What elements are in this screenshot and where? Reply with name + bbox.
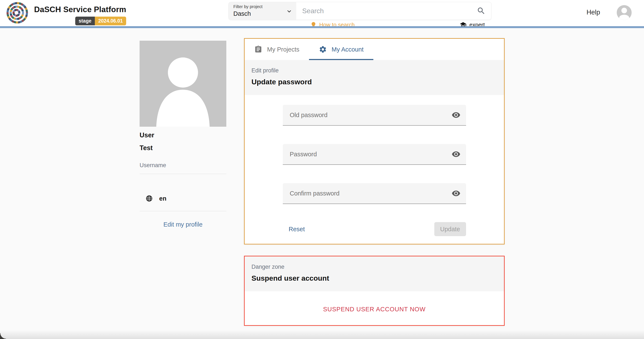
form-actions: Reset Update — [283, 222, 466, 236]
danger-zone-body: SUSPEND USER ACCOUNT NOW — [245, 291, 504, 327]
password-form: Reset Update — [283, 105, 466, 236]
confirm-password-field[interactable] — [283, 183, 466, 204]
project-filter-select[interactable]: Filter by project Dasch — [229, 2, 296, 19]
person-icon — [617, 5, 632, 20]
toggle-old-password-visibility-button[interactable] — [452, 110, 460, 119]
search-bar: Filter by project Dasch — [229, 2, 491, 19]
old-password-field[interactable] — [283, 105, 466, 126]
search-area: Filter by project Dasch — [229, 2, 491, 28]
suspend-account-title: Suspend user account — [252, 274, 497, 282]
environment-badge: stage — [75, 16, 95, 25]
search-field — [296, 2, 491, 19]
chevron-down-icon — [286, 8, 293, 15]
project-filter-value: Dasch — [233, 10, 292, 17]
person-icon — [140, 41, 226, 127]
dsp-app: DaSCH Service Platform stage 2024.06.01 … — [0, 0, 644, 339]
section-label: Edit profile — [252, 67, 497, 74]
profile-username-label: Username — [140, 162, 226, 174]
account-tabs: My Projects My Account — [245, 39, 504, 60]
active-tab-indicator — [309, 59, 373, 60]
project-filter-label: Filter by project — [233, 4, 292, 9]
profile-first-name: User — [140, 131, 226, 139]
eye-icon — [452, 150, 460, 159]
main-content: User Test Username en Edit my profile — [0, 28, 644, 339]
profile-panel: User Test Username en Edit my profile — [140, 41, 226, 228]
dasch-logo-icon — [5, 1, 30, 25]
release-badges: stage 2024.06.01 — [75, 16, 126, 25]
danger-zone-label: Danger zone — [252, 264, 497, 270]
update-button[interactable]: Update — [434, 222, 466, 236]
bottom-left-corner — [0, 333, 6, 339]
profile-avatar-placeholder — [140, 41, 226, 127]
profile-language-row: en — [140, 195, 226, 211]
brand-home-link[interactable]: DaSCH Service Platform stage 2024.06.01 — [5, 1, 126, 25]
edit-profile-section-head: Edit profile Update password — [245, 60, 504, 95]
profile-last-name: Test — [140, 144, 226, 152]
user-menu-avatar[interactable] — [617, 5, 632, 20]
eye-icon — [452, 189, 460, 198]
old-password-input[interactable] — [290, 111, 452, 119]
new-password-input[interactable] — [290, 151, 452, 158]
new-password-field[interactable] — [283, 144, 466, 165]
toggle-confirm-password-visibility-button[interactable] — [452, 189, 460, 198]
tab-my-account-label: My Account — [332, 46, 364, 53]
tab-my-projects[interactable]: My Projects — [245, 39, 309, 60]
help-link[interactable]: Help — [586, 8, 600, 16]
search-input[interactable] — [302, 7, 477, 15]
search-icon[interactable] — [477, 6, 486, 15]
globe-icon — [146, 195, 153, 202]
reset-button[interactable]: Reset — [285, 223, 309, 236]
suspend-user-account-button[interactable]: SUSPEND USER ACCOUNT NOW — [318, 302, 431, 316]
gear-icon — [319, 45, 327, 53]
danger-zone-section-head: Danger zone Suspend user account — [245, 256, 504, 291]
account-card: My Projects My Account Edit profile Upda… — [244, 38, 505, 245]
edit-my-profile-link[interactable]: Edit my profile — [140, 221, 226, 228]
clipboard-icon — [254, 45, 262, 53]
toggle-new-password-visibility-button[interactable] — [452, 150, 460, 159]
profile-language-value: en — [159, 195, 166, 202]
bottom-shadow — [0, 330, 644, 339]
version-badge: 2024.06.01 — [95, 16, 126, 25]
app-header: DaSCH Service Platform stage 2024.06.01 … — [0, 0, 644, 28]
confirm-password-input[interactable] — [290, 190, 452, 197]
tab-my-account[interactable]: My Account — [309, 39, 373, 60]
app-title: DaSCH Service Platform — [34, 5, 126, 14]
tab-my-projects-label: My Projects — [267, 46, 299, 53]
update-password-title: Update password — [252, 78, 497, 86]
header-accent-bar — [0, 26, 644, 28]
eye-icon — [452, 110, 460, 119]
danger-zone-card: Danger zone Suspend user account SUSPEND… — [244, 256, 505, 326]
